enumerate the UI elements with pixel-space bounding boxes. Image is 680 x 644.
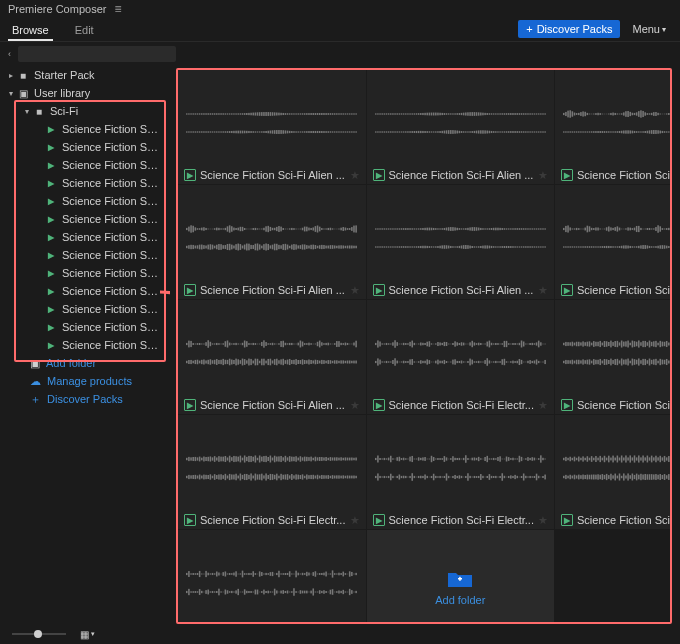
svg-rect-612 (297, 245, 299, 248)
tree-item-clip[interactable]: ▶Science Fiction Sci-F... (0, 192, 170, 210)
grid-add-folder[interactable]: Add folder (367, 530, 555, 622)
favorite-icon[interactable]: ★ (538, 284, 548, 297)
grid-item[interactable]: ▶Science Fiction Sci-Fi Alien ...★ (555, 70, 670, 184)
svg-rect-255 (407, 131, 409, 132)
svg-rect-587 (244, 245, 246, 250)
clip-icon: ▶ (561, 284, 573, 296)
svg-rect-293 (488, 131, 490, 134)
tree-item-clip[interactable]: ▶Science Fiction Sci-F... (0, 120, 170, 138)
svg-rect-1756 (537, 476, 539, 478)
grid-item-title: Science Fiction Sci-Fi Alien ... (577, 169, 670, 181)
waveform-channel (375, 455, 547, 463)
tab-edit[interactable]: Edit (71, 20, 98, 41)
svg-rect-1504 (323, 457, 325, 460)
hamburger-icon[interactable]: ≡ (114, 2, 121, 16)
grid-item[interactable]: ▶Science Fiction Sci-Fi Alien ...★ (178, 185, 366, 299)
favorite-icon[interactable]: ★ (538, 514, 548, 527)
tree-item-clip[interactable]: ▶Science Fiction Sci-F... (0, 336, 170, 354)
favorite-icon[interactable]: ★ (350, 399, 360, 412)
svg-rect-1318 (644, 341, 646, 347)
grid-item[interactable]: ▶Science Fiction Sci-Fi Electr...★ (367, 415, 555, 529)
grid-item-title: Science Fiction Sci-Fi Electr... (389, 514, 535, 526)
svg-rect-1745 (514, 475, 516, 479)
tree-item-user-library[interactable]: ▾ ▣ User library (0, 84, 170, 102)
grid-item[interactable]: ▶Science Fiction Sci-Fi Alien ...★ (555, 185, 670, 299)
chevron-down-icon: ▾ (6, 89, 16, 98)
grid-item[interactable]: ▶Science Fiction Sci-Fi Alien ...★ (367, 185, 555, 299)
svg-rect-689 (480, 228, 482, 230)
menu-button[interactable]: Menu ▾ (626, 20, 672, 38)
zoom-slider[interactable] (12, 633, 66, 635)
svg-rect-1786 (619, 458, 621, 461)
svg-rect-1769 (582, 456, 584, 461)
favorite-icon[interactable]: ★ (350, 284, 360, 297)
tree-item-clip[interactable]: ▶Science Fiction Sci-F... (0, 210, 170, 228)
svg-rect-316 (537, 131, 539, 132)
slider-knob[interactable] (34, 630, 42, 638)
svg-rect-2081 (459, 577, 461, 581)
svg-rect-691 (484, 228, 486, 229)
svg-rect-1799 (647, 456, 649, 463)
svg-rect-1851 (587, 475, 589, 480)
svg-rect-2002 (190, 591, 192, 592)
grid-item[interactable]: ▶Science Fiction Sci-Fi Alien ...★ (178, 70, 366, 184)
svg-rect-610 (293, 244, 295, 250)
svg-rect-762 (465, 245, 467, 249)
svg-rect-303 (510, 131, 512, 133)
svg-rect-307 (518, 131, 520, 133)
tree-item-clip[interactable]: ▶Science Fiction Sci-F... (0, 138, 170, 156)
grid-item[interactable]: ▶Science Fiction Sci-Fi Alien ...★ (178, 300, 366, 414)
svg-rect-698 (499, 228, 501, 230)
svg-rect-1264 (512, 361, 514, 364)
tree-item-clip[interactable]: ▶Science Fiction Sci-F... (0, 300, 170, 318)
grid-item[interactable]: ▶Science Fiction Sci-Fi Electr...★ (178, 530, 366, 622)
grid-item[interactable]: ▶Science Fiction Sci-Fi Electr...★ (555, 415, 670, 529)
tree-item-clip[interactable]: ▶Science Fiction Sci-F... (0, 264, 170, 282)
svg-rect-1387 (621, 359, 623, 366)
svg-rect-2062 (319, 590, 321, 594)
svg-rect-1681 (377, 473, 379, 480)
svg-rect-600 (272, 245, 274, 250)
svg-rect-1852 (589, 475, 591, 480)
svg-rect-777 (497, 246, 499, 247)
svg-rect-1122 (379, 342, 381, 347)
grid-item[interactable]: ▶Science Fiction Sci-Fi Electr...★ (555, 300, 670, 414)
svg-rect-241 (377, 131, 379, 132)
svg-rect-643 (381, 228, 383, 229)
tree-item-starter-pack[interactable]: ▸ ■ Starter Pack (0, 66, 170, 84)
tree-item-clip[interactable]: ▶Science Fiction Sci-F... (0, 246, 170, 264)
favorite-icon[interactable]: ★ (538, 399, 548, 412)
svg-rect-1541 (231, 474, 233, 479)
sidebar-add-folder[interactable]: ▣ Add folder (0, 354, 170, 372)
sidebar-discover-packs[interactable]: ＋ Discover Packs (0, 390, 170, 408)
grid-item[interactable]: ▶Science Fiction Sci-Fi Electr...★ (367, 300, 555, 414)
tab-browse[interactable]: Browse (8, 20, 53, 41)
svg-rect-794 (533, 246, 535, 247)
grid-item[interactable]: ▶Science Fiction Sci-Fi Electr...★ (178, 415, 366, 529)
search-input[interactable] (18, 46, 176, 62)
tree-item-clip[interactable]: ▶Science Fiction Sci-F... (0, 318, 170, 336)
collapse-tree-icon[interactable]: ‹ (8, 49, 18, 59)
tree-item-clip[interactable]: ▶Science Fiction Sci-F... (0, 174, 170, 192)
svg-rect-996 (263, 340, 265, 347)
svg-rect-542 (319, 227, 321, 232)
svg-rect-1037 (351, 344, 353, 345)
svg-rect-717 (540, 228, 542, 229)
favorite-icon[interactable]: ★ (350, 169, 360, 182)
grid-item[interactable]: ▶Science Fiction Sci-Fi Alien ...★ (367, 70, 555, 184)
svg-rect-326 (576, 113, 578, 115)
view-mode-toggle[interactable]: ▦ ▾ (80, 629, 95, 640)
svg-rect-721 (377, 246, 379, 247)
clip-icon: ▶ (561, 399, 573, 411)
tree-item-clip[interactable]: ▶Science Fiction Sci-F... (0, 282, 170, 300)
favorite-icon[interactable]: ★ (350, 514, 360, 527)
tree-item-clip[interactable]: ▶Science Fiction Sci-F... (0, 228, 170, 246)
svg-rect-1561 (274, 475, 276, 479)
sidebar-manage-products[interactable]: ☁ Manage products (0, 372, 170, 390)
tree-item-scifi[interactable]: ▾ ■ Sci-Fi (0, 102, 170, 120)
discover-packs-button[interactable]: + Discover Packs (518, 20, 620, 38)
svg-rect-1191 (527, 344, 529, 345)
svg-rect-528 (289, 228, 291, 229)
favorite-icon[interactable]: ★ (538, 169, 548, 182)
tree-item-clip[interactable]: ▶Science Fiction Sci-F... (0, 156, 170, 174)
